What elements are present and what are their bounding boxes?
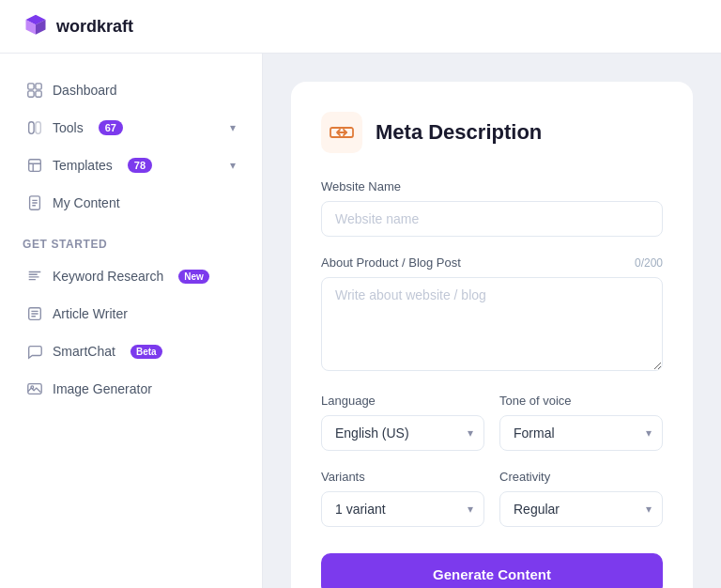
website-name-group: Website Name <box>321 179 663 237</box>
sidebar-item-my-content[interactable]: My Content <box>15 185 247 221</box>
svg-rect-3 <box>28 84 34 89</box>
sidebar-item-templates[interactable]: Templates 78 ▾ <box>15 147 247 183</box>
chat-icon <box>26 343 43 360</box>
keyword-research-label: Keyword Research <box>53 269 163 284</box>
content-icon <box>26 194 43 211</box>
tools-badge: 67 <box>99 120 123 135</box>
smartchat-label: SmartChat <box>53 344 115 359</box>
article-writer-label: Article Writer <box>53 306 128 321</box>
sidebar-tools-label: Tools <box>53 120 84 135</box>
variants-group: Variants 1 variant 2 variants 3 variants… <box>321 470 484 527</box>
about-product-textarea[interactable] <box>321 277 663 371</box>
sidebar-nav: Dashboard Tools 67 ▾ <box>0 72 262 223</box>
creativity-select-wrapper: Regular High Maximum ▾ <box>499 491 663 527</box>
dashboard-icon <box>26 82 43 99</box>
card-header: Meta Description <box>321 112 663 153</box>
creativity-label: Creativity <box>499 470 663 484</box>
keyword-icon <box>26 268 43 285</box>
svg-rect-7 <box>29 160 41 172</box>
sidebar-item-tools[interactable]: Tools 67 ▾ <box>15 110 247 146</box>
meta-description-card: Meta Description Website Name About Prod… <box>291 82 693 588</box>
templates-icon <box>26 157 43 174</box>
variants-creativity-row: Variants 1 variant 2 variants 3 variants… <box>321 470 663 527</box>
templates-chevron: ▾ <box>230 159 236 172</box>
image-generator-label: Image Generator <box>53 381 152 396</box>
logo-text: wordkraft <box>56 17 133 37</box>
language-tone-row: Language English (US) English (UK) Spani… <box>321 394 663 451</box>
sidebar-item-article-writer[interactable]: Article Writer <box>15 296 247 332</box>
variants-select[interactable]: 1 variant 2 variants 3 variants <box>321 491 484 527</box>
variants-label: Variants <box>321 470 484 484</box>
about-product-group: About Product / Blog Post 0/200 <box>321 255 663 375</box>
language-label: Language <box>321 394 484 408</box>
creativity-select[interactable]: Regular High Maximum <box>499 491 663 527</box>
article-icon <box>26 305 43 322</box>
smartchat-beta-badge: Beta <box>130 345 162 359</box>
variants-select-wrapper: 1 variant 2 variants 3 variants ▾ <box>321 491 484 527</box>
language-select-wrapper: English (US) English (UK) Spanish French… <box>321 415 484 451</box>
char-count: 0/200 <box>635 256 663 270</box>
meta-icon <box>330 123 354 142</box>
website-name-input[interactable] <box>321 201 663 237</box>
sidebar-item-image-generator[interactable]: Image Generator <box>15 371 247 407</box>
card-icon-wrapper <box>321 112 362 153</box>
generate-content-button[interactable]: Generate Content <box>321 553 663 588</box>
svg-rect-5 <box>28 91 34 97</box>
sidebar-item-dashboard[interactable]: Dashboard <box>15 72 247 108</box>
tone-select-wrapper: Formal Casual Friendly Professional Humo… <box>499 415 663 451</box>
card-title: Meta Description <box>376 120 542 145</box>
creativity-group: Creativity Regular High Maximum ▾ <box>499 470 663 527</box>
tone-group: Tone of voice Formal Casual Friendly Pro… <box>499 394 663 451</box>
tools-chevron: ▾ <box>230 121 236 134</box>
get-started-nav: Keyword Research New Article Writer <box>0 258 262 409</box>
website-name-label: Website Name <box>321 179 663 193</box>
logo: wordkraft <box>23 13 133 39</box>
svg-rect-4 <box>36 84 41 89</box>
sidebar-item-keyword-research[interactable]: Keyword Research New <box>15 258 247 294</box>
language-select[interactable]: English (US) English (UK) Spanish French… <box>321 415 484 451</box>
tone-select[interactable]: Formal Casual Friendly Professional Humo… <box>499 415 663 451</box>
keyword-new-badge: New <box>178 270 209 284</box>
about-product-label: About Product / Blog Post <box>321 255 461 270</box>
tools-icon <box>26 119 43 136</box>
content-area: Meta Description Website Name About Prod… <box>263 54 721 588</box>
get-started-label: Get started <box>0 223 262 258</box>
sidebar: Dashboard Tools 67 ▾ <box>0 54 263 588</box>
main-layout: Dashboard Tools 67 ▾ <box>0 54 721 588</box>
tone-label: Tone of voice <box>499 394 663 408</box>
sidebar-templates-label: Templates <box>53 158 113 173</box>
about-product-label-row: About Product / Blog Post 0/200 <box>321 255 663 270</box>
language-group: Language English (US) English (UK) Spani… <box>321 394 484 451</box>
svg-rect-6 <box>36 91 41 97</box>
templates-badge: 78 <box>128 158 152 173</box>
sidebar-item-smartchat[interactable]: SmartChat Beta <box>15 333 247 369</box>
header: wordkraft <box>0 0 721 54</box>
logo-icon <box>23 13 49 39</box>
image-icon <box>26 380 43 397</box>
sidebar-dashboard-label: Dashboard <box>53 83 117 98</box>
sidebar-my-content-label: My Content <box>53 195 120 210</box>
